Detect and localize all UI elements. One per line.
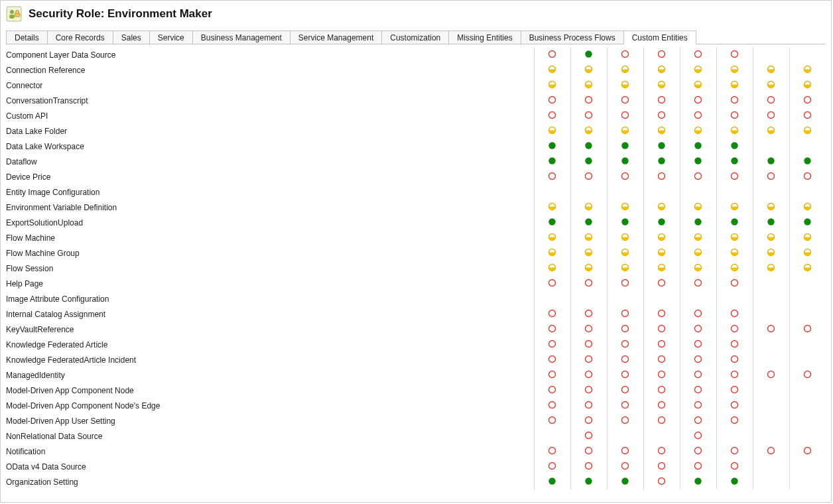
- privilege-orb-org-icon[interactable]: [584, 141, 593, 150]
- privilege-orb-org-icon[interactable]: [548, 218, 556, 226]
- privilege-orb-half-icon[interactable]: [767, 263, 775, 272]
- tab-business-process-flows[interactable]: Business Process Flows: [521, 31, 624, 44]
- privilege-orb-half-icon[interactable]: [803, 263, 812, 272]
- privilege-orb-org-icon[interactable]: [657, 141, 666, 150]
- privilege-orb-org-icon[interactable]: [803, 218, 812, 226]
- privilege-orb-none-icon[interactable]: [803, 324, 812, 333]
- privilege-orb-org-icon[interactable]: [657, 157, 666, 165]
- privilege-orb-none-icon[interactable]: [694, 370, 702, 379]
- privilege-orb-none-icon[interactable]: [730, 355, 739, 363]
- privilege-orb-none-icon[interactable]: [584, 416, 593, 424]
- privilege-orb-half-icon[interactable]: [694, 126, 702, 135]
- privilege-orb-none-icon[interactable]: [767, 446, 775, 455]
- privilege-orb-none-icon[interactable]: [621, 462, 629, 470]
- privilege-orb-half-icon[interactable]: [621, 202, 629, 211]
- privilege-orb-half-icon[interactable]: [803, 80, 812, 89]
- privilege-orb-none-icon[interactable]: [621, 340, 629, 348]
- privilege-orb-none-icon[interactable]: [803, 446, 812, 455]
- privilege-orb-none-icon[interactable]: [657, 50, 666, 58]
- privilege-orb-none-icon[interactable]: [657, 279, 666, 287]
- privilege-orb-org-icon[interactable]: [548, 157, 556, 165]
- privilege-orb-none-icon[interactable]: [694, 50, 702, 58]
- privilege-orb-none-icon[interactable]: [584, 385, 593, 394]
- privilege-orb-half-icon[interactable]: [767, 202, 775, 211]
- privilege-orb-half-icon[interactable]: [621, 233, 629, 241]
- privilege-orb-none-icon[interactable]: [621, 95, 629, 104]
- privilege-orb-org-icon[interactable]: [548, 477, 556, 485]
- privilege-orb-none-icon[interactable]: [584, 324, 593, 333]
- privilege-orb-none-icon[interactable]: [694, 462, 702, 470]
- privilege-orb-half-icon[interactable]: [803, 126, 812, 135]
- privilege-orb-none-icon[interactable]: [548, 340, 556, 348]
- privilege-orb-none-icon[interactable]: [548, 370, 556, 379]
- privilege-orb-half-icon[interactable]: [584, 233, 593, 241]
- privilege-orb-half-icon[interactable]: [621, 80, 629, 89]
- privilege-orb-half-icon[interactable]: [548, 80, 556, 89]
- privilege-orb-half-icon[interactable]: [730, 248, 739, 257]
- privilege-orb-org-icon[interactable]: [584, 50, 593, 58]
- privilege-orb-none-icon[interactable]: [730, 324, 739, 333]
- privilege-orb-none-icon[interactable]: [694, 172, 702, 180]
- privilege-orb-half-icon[interactable]: [584, 80, 593, 89]
- privilege-orb-none-icon[interactable]: [621, 385, 629, 394]
- privilege-orb-org-icon[interactable]: [657, 218, 666, 226]
- privilege-orb-none-icon[interactable]: [584, 355, 593, 363]
- privilege-orb-none-icon[interactable]: [548, 50, 556, 58]
- privilege-orb-half-icon[interactable]: [730, 80, 739, 89]
- privilege-orb-org-icon[interactable]: [730, 218, 739, 226]
- privilege-orb-org-icon[interactable]: [730, 141, 739, 150]
- privilege-orb-org-icon[interactable]: [694, 477, 702, 485]
- privilege-orb-org-icon[interactable]: [767, 157, 775, 165]
- privilege-orb-half-icon[interactable]: [730, 233, 739, 241]
- privilege-orb-org-icon[interactable]: [621, 157, 629, 165]
- privilege-orb-none-icon[interactable]: [584, 309, 593, 318]
- privilege-orb-none-icon[interactable]: [657, 340, 666, 348]
- privilege-orb-half-icon[interactable]: [621, 248, 629, 257]
- privilege-orb-none-icon[interactable]: [767, 324, 775, 333]
- privilege-orb-half-icon[interactable]: [694, 80, 702, 89]
- privilege-orb-half-icon[interactable]: [584, 65, 593, 74]
- privilege-orb-half-icon[interactable]: [621, 65, 629, 74]
- privilege-orb-org-icon[interactable]: [621, 141, 629, 150]
- privilege-orb-half-icon[interactable]: [767, 233, 775, 241]
- privilege-orb-org-icon[interactable]: [730, 157, 739, 165]
- privilege-orb-none-icon[interactable]: [694, 401, 702, 409]
- privilege-orb-none-icon[interactable]: [621, 309, 629, 318]
- privilege-orb-none-icon[interactable]: [657, 355, 666, 363]
- privilege-orb-none-icon[interactable]: [730, 309, 739, 318]
- privilege-orb-org-icon[interactable]: [694, 157, 702, 165]
- privilege-orb-none-icon[interactable]: [584, 279, 593, 287]
- privilege-orb-none-icon[interactable]: [730, 401, 739, 409]
- privilege-orb-none-icon[interactable]: [584, 431, 593, 440]
- privilege-orb-none-icon[interactable]: [657, 416, 666, 424]
- privilege-orb-half-icon[interactable]: [803, 65, 812, 74]
- privilege-orb-none-icon[interactable]: [694, 95, 702, 104]
- privilege-orb-half-icon[interactable]: [694, 233, 702, 241]
- privilege-orb-none-icon[interactable]: [730, 370, 739, 379]
- privilege-orb-org-icon[interactable]: [548, 141, 556, 150]
- privilege-orb-none-icon[interactable]: [548, 446, 556, 455]
- privilege-orb-none-icon[interactable]: [584, 370, 593, 379]
- privilege-orb-none-icon[interactable]: [767, 111, 775, 119]
- privilege-orb-none-icon[interactable]: [621, 324, 629, 333]
- privilege-orb-half-icon[interactable]: [803, 233, 812, 241]
- privilege-orb-none-icon[interactable]: [657, 446, 666, 455]
- privilege-orb-org-icon[interactable]: [584, 477, 593, 485]
- privilege-orb-org-icon[interactable]: [803, 157, 812, 165]
- privilege-orb-half-icon[interactable]: [548, 202, 556, 211]
- privilege-orb-none-icon[interactable]: [548, 416, 556, 424]
- privilege-orb-none-icon[interactable]: [657, 401, 666, 409]
- privilege-orb-half-icon[interactable]: [803, 202, 812, 211]
- privilege-orb-none-icon[interactable]: [584, 462, 593, 470]
- privilege-orb-none-icon[interactable]: [657, 95, 666, 104]
- privilege-orb-none-icon[interactable]: [803, 95, 812, 104]
- privilege-orb-none-icon[interactable]: [694, 416, 702, 424]
- privilege-orb-none-icon[interactable]: [621, 401, 629, 409]
- privilege-orb-none-icon[interactable]: [730, 279, 739, 287]
- privilege-orb-none-icon[interactable]: [548, 462, 556, 470]
- privilege-orb-half-icon[interactable]: [548, 126, 556, 135]
- privilege-orb-org-icon[interactable]: [694, 218, 702, 226]
- privilege-orb-half-icon[interactable]: [584, 263, 593, 272]
- privilege-orb-none-icon[interactable]: [730, 95, 739, 104]
- privilege-orb-org-icon[interactable]: [584, 218, 593, 226]
